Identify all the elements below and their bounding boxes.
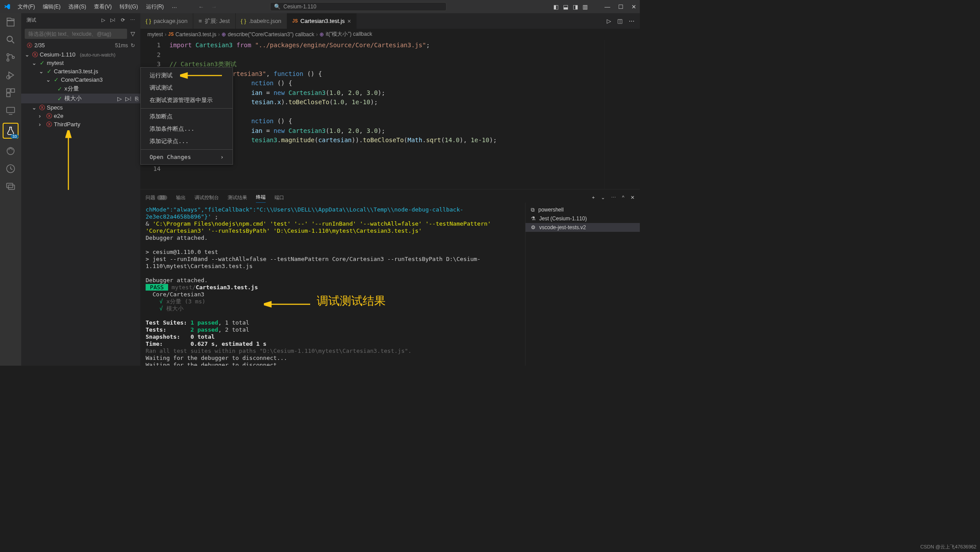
nav-forward-icon[interactable]: → bbox=[211, 4, 217, 10]
tab-label: Cartesian3.test.js bbox=[300, 18, 345, 24]
panel-tab-problems[interactable]: 问题33 bbox=[146, 193, 167, 203]
editor-area: { }package.json ≡扩展: Jest { }.babelrc.js… bbox=[140, 13, 640, 366]
tree-label: 模大小 bbox=[64, 95, 82, 102]
panel-tab-output[interactable]: 输出 bbox=[176, 193, 186, 203]
terminal-output[interactable]: chMode":"always","fileCallback":"C:\\Use… bbox=[140, 203, 525, 366]
layout-customize-icon[interactable]: ▥ bbox=[582, 4, 588, 10]
nav-back-icon[interactable]: ← bbox=[198, 4, 204, 10]
menu-separator bbox=[141, 149, 233, 150]
fail-icon: ⓧ bbox=[46, 113, 52, 119]
command-center[interactable]: 🔍 Cesium-1.110 bbox=[270, 2, 447, 11]
tree-mytest[interactable]: ⌄ ✓ mytest bbox=[21, 59, 140, 67]
menu-run-test[interactable]: 运行测试 bbox=[141, 69, 233, 82]
close-tab-icon[interactable]: × bbox=[347, 18, 351, 25]
rerun-icon[interactable]: ↻ bbox=[131, 42, 135, 49]
new-terminal-icon[interactable]: + bbox=[592, 195, 594, 200]
search-activity-icon[interactable] bbox=[5, 34, 16, 45]
menu-edit[interactable]: 编辑(E) bbox=[39, 1, 64, 12]
menu-reveal-test[interactable]: 在测试资源管理器中显示 bbox=[141, 94, 233, 106]
svg-rect-15 bbox=[8, 185, 15, 189]
maximize-icon[interactable]: ☐ bbox=[618, 4, 623, 10]
tree-thirdparty[interactable]: › ⓧ ThirdParty bbox=[21, 120, 140, 129]
remote-icon[interactable] bbox=[5, 105, 16, 116]
tree-test-x[interactable]: ✓ x分量 bbox=[21, 84, 140, 94]
menu-view[interactable]: 查看(V) bbox=[90, 1, 115, 12]
close-panel-icon[interactable]: ✕ bbox=[631, 195, 635, 200]
panel-tab-test-results[interactable]: 测试结果 bbox=[228, 193, 247, 203]
crumb[interactable]: it("模大小") callback bbox=[326, 30, 372, 38]
terminal-dropdown-icon[interactable]: ⌄ bbox=[601, 195, 605, 200]
crumb[interactable]: Cartesian3.test.js bbox=[176, 31, 217, 38]
minimap[interactable] bbox=[605, 40, 640, 189]
svg-point-0 bbox=[7, 36, 12, 42]
menu-selection[interactable]: 选择(S) bbox=[65, 1, 90, 12]
powershell-icon: ⧉ bbox=[531, 207, 535, 213]
tab-jest-extension[interactable]: ≡扩展: Jest bbox=[193, 13, 236, 29]
explorer-icon[interactable] bbox=[5, 17, 16, 27]
testing-icon[interactable]: 33 bbox=[3, 123, 19, 139]
maximize-panel-icon[interactable]: ^ bbox=[622, 195, 624, 200]
terminal-list: ⧉powershell ⚗Jest (Cesium-1.110) ⚙vscode… bbox=[525, 203, 640, 366]
tree-specs[interactable]: ⌄ ⓧ Specs bbox=[21, 103, 140, 112]
more-actions-icon[interactable]: ⋯ bbox=[629, 18, 635, 24]
pass-icon: ✓ bbox=[39, 60, 45, 66]
more-icon[interactable]: ⋯ bbox=[611, 195, 616, 200]
filter-icon[interactable]: ▽ bbox=[129, 29, 137, 39]
panel-tab-terminal[interactable]: 终端 bbox=[256, 192, 266, 203]
tab-cartesian3-test[interactable]: JSCartesian3.test.js× bbox=[287, 13, 357, 29]
run-file-icon[interactable]: ▷ bbox=[607, 18, 611, 24]
tree-label: e2e bbox=[54, 113, 64, 119]
refresh-icon[interactable]: ⟳ bbox=[121, 17, 125, 23]
debug-all-icon[interactable]: ▷⁝ bbox=[110, 17, 116, 23]
testing-badge: 33 bbox=[11, 134, 19, 139]
tree-e2e[interactable]: › ⓧ e2e bbox=[21, 112, 140, 120]
more-icon[interactable]: ⋯ bbox=[130, 17, 135, 23]
layout-secondary-icon[interactable]: ◨ bbox=[573, 4, 578, 10]
run-test-icon[interactable]: ▷ bbox=[117, 95, 122, 102]
menu-file[interactable]: 文件(F) bbox=[14, 1, 38, 12]
timeline-icon[interactable] bbox=[5, 163, 16, 174]
debug-test-icon[interactable]: ▷⁝ bbox=[125, 95, 131, 102]
menu-go[interactable]: 转到(G) bbox=[116, 1, 141, 12]
menu-more[interactable]: … bbox=[168, 1, 180, 12]
extensions-icon[interactable] bbox=[5, 87, 16, 98]
code-editor[interactable]: ✓ ✓ ✓ 1234567891011121314 import Cartesi… bbox=[140, 40, 640, 189]
run-all-icon[interactable]: ▷ bbox=[101, 17, 105, 23]
panel-tab-debug-console[interactable]: 调试控制台 bbox=[195, 193, 219, 203]
tab-babelrc[interactable]: { }.babelrc.json bbox=[236, 13, 287, 29]
layout-primary-icon[interactable]: ◧ bbox=[553, 4, 559, 10]
tab-package-json[interactable]: { }package.json bbox=[140, 13, 193, 29]
svg-line-1 bbox=[12, 41, 14, 43]
terminal-powershell[interactable]: ⧉powershell bbox=[526, 205, 640, 214]
terminal-jest[interactable]: ⚗Jest (Cesium-1.110) bbox=[526, 214, 640, 223]
tree-file[interactable]: ⌄ ✓ Cartesian3.test.js bbox=[21, 67, 140, 76]
filter-input[interactable] bbox=[25, 29, 127, 39]
copilot-icon[interactable] bbox=[5, 146, 16, 156]
menu-add-logpoint[interactable]: 添加记录点... bbox=[141, 135, 233, 147]
tree-test-magnitude[interactable]: ✓ 模大小 ▷ ▷⁝ ⎘ bbox=[21, 94, 140, 103]
chevron-right-icon: › bbox=[39, 121, 44, 128]
crumb[interactable]: describe("Core/Cartesian3") callback bbox=[228, 31, 314, 38]
debug-icon[interactable] bbox=[5, 70, 16, 80]
comments-icon[interactable] bbox=[5, 181, 16, 192]
menu-run[interactable]: 运行(R) bbox=[143, 1, 168, 12]
menu-label: Open Changes bbox=[150, 154, 191, 160]
close-icon[interactable]: ✕ bbox=[631, 4, 636, 10]
menu-open-changes[interactable]: Open Changes› bbox=[141, 151, 233, 163]
split-editor-icon[interactable]: ◫ bbox=[617, 18, 623, 24]
menu-add-cond-breakpoint[interactable]: 添加条件断点... bbox=[141, 123, 233, 135]
scm-icon[interactable] bbox=[5, 52, 16, 63]
menu-add-breakpoint[interactable]: 添加断点 bbox=[141, 110, 233, 123]
bottom-panel: 问题33 输出 调试控制台 测试结果 终端 端口 + ⌄ ⋯ ^ ✕ chMod… bbox=[140, 189, 640, 366]
tree-root[interactable]: ⌄ ⓧ Cesium-1.110 (auto-run-watch) bbox=[21, 50, 140, 59]
tree-suite[interactable]: ⌄ ✓ Core/Cartesian3 bbox=[21, 76, 140, 84]
minimize-icon[interactable]: — bbox=[605, 4, 610, 10]
crumb[interactable]: mytest bbox=[147, 31, 163, 38]
goto-test-icon[interactable]: ⎘ bbox=[135, 95, 139, 102]
breadcrumb[interactable]: mytest› JS Cartesian3.test.js› ⊕ describ… bbox=[140, 29, 640, 40]
panel-tab-ports[interactable]: 端口 bbox=[274, 193, 284, 203]
title-bar: 文件(F) 编辑(E) 选择(S) 查看(V) 转到(G) 运行(R) … ← … bbox=[0, 0, 640, 13]
layout-panel-icon[interactable]: ⬓ bbox=[563, 4, 568, 10]
menu-debug-test[interactable]: 调试测试 bbox=[141, 82, 233, 94]
terminal-vscode-jest[interactable]: ⚙vscode-jest-tests.v2 bbox=[526, 223, 640, 232]
